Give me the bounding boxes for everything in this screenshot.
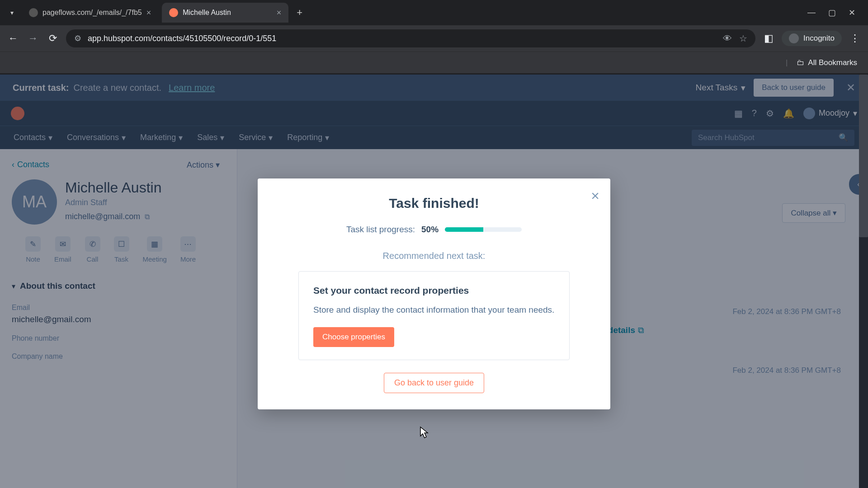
back-icon[interactable]: ← [6,33,20,44]
eye-off-icon[interactable]: 👁 [723,33,732,44]
close-icon[interactable]: × [277,8,282,18]
tab-title: Michelle Austin [183,9,231,17]
side-panel-icon[interactable]: ◧ [762,33,775,44]
recommendation-title: Set your contact record properties [313,285,555,296]
url-text: app.hubspot.com/contacts/45105500/record… [88,34,276,43]
minimize-icon[interactable]: ― [807,8,816,18]
close-modal-button[interactable]: × [591,188,599,204]
task-finished-modal: × Task finished! Task list progress: 50%… [258,178,610,409]
progress-fill [445,227,483,232]
new-tab-button[interactable]: + [292,7,307,19]
incognito-icon [789,33,799,43]
incognito-indicator[interactable]: Incognito [782,31,842,46]
favicon-icon [29,8,38,17]
bookmark-star-icon[interactable]: ☆ [739,33,747,44]
favicon-icon [169,8,178,17]
go-back-button[interactable]: Go back to user guide [384,373,484,393]
progress-row: Task list progress: 50% [278,225,590,235]
close-icon[interactable]: × [146,8,151,18]
progress-percent: 50% [421,225,439,235]
address-bar: ← → ⟳ ⚙ app.hubspot.com/contacts/4510550… [0,25,868,52]
url-input[interactable]: ⚙ app.hubspot.com/contacts/45105500/reco… [66,29,755,47]
choose-properties-button[interactable]: Choose properties [313,327,394,347]
browser-tab-1[interactable]: Michelle Austin × [162,3,288,23]
modal-title: Task finished! [278,196,590,211]
browser-tab-0[interactable]: pageflows.com/_/emails/_/7fb5 × [22,3,158,23]
folder-icon: 🗀 [797,58,804,67]
tab-bar: ▾ pageflows.com/_/emails/_/7fb5 × Michel… [0,0,868,25]
maximize-icon[interactable]: ▢ [828,8,836,18]
window-controls: ― ▢ ✕ [807,8,863,18]
forward-icon[interactable]: → [26,33,40,44]
kebab-menu-icon[interactable]: ⋮ [848,33,862,44]
modal-container: × Task finished! Task list progress: 50%… [0,75,868,488]
close-window-icon[interactable]: ✕ [849,8,855,18]
all-bookmarks-button[interactable]: All Bookmarks [808,58,857,67]
tabs-dropdown-icon[interactable]: ▾ [5,6,18,19]
reload-icon[interactable]: ⟳ [46,33,60,44]
incognito-label: Incognito [803,34,835,43]
bookmarks-bar: | 🗀 All Bookmarks [0,52,868,73]
app-viewport: Current task: Create a new contact. Lear… [0,75,868,488]
recommendation-description: Store and display the contact informatio… [313,303,555,316]
recommended-label: Recommended next task: [278,251,590,261]
tab-title: pageflows.com/_/emails/_/7fb5 [42,9,142,17]
progress-label: Task list progress: [346,225,415,235]
site-settings-icon[interactable]: ⚙ [74,33,81,43]
browser-chrome: ▾ pageflows.com/_/emails/_/7fb5 × Michel… [0,0,868,75]
recommendation-card: Set your contact record properties Store… [298,271,570,360]
progress-bar [445,227,522,232]
divider: | [786,58,788,67]
